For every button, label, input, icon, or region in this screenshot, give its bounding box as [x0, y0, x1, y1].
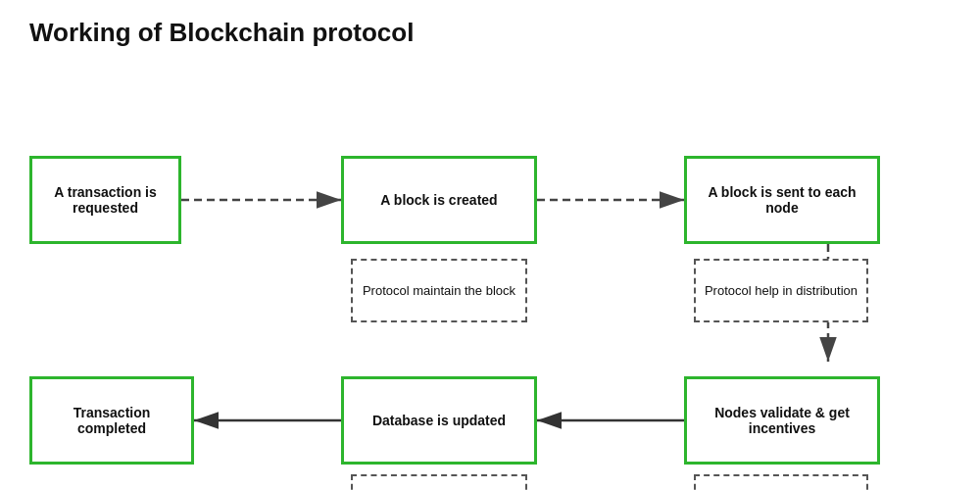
protocol-maintain-box: Protocol maintain the block	[351, 259, 527, 322]
transaction-requested-box: A transaction is requested	[29, 156, 181, 244]
block-created-box: A block is created	[341, 156, 537, 244]
database-updated-box: Database is updated	[341, 376, 537, 465]
nodes-validate-box: Nodes validate & get incentives	[684, 376, 880, 465]
transaction-completed-box: Transaction completed	[29, 376, 194, 465]
protocol-help-box: Protocol help in distribution	[694, 259, 868, 322]
diagram-area: A transaction is requested A block is cr…	[0, 58, 980, 479]
updation-done-box: Updation is done by protocol	[351, 474, 527, 490]
page-title: Working of Blockchain protocol	[0, 0, 980, 58]
block-sent-box: A block is sent to each node	[684, 156, 880, 244]
protocol-send-box: Protocol send the incentives	[694, 474, 868, 490]
